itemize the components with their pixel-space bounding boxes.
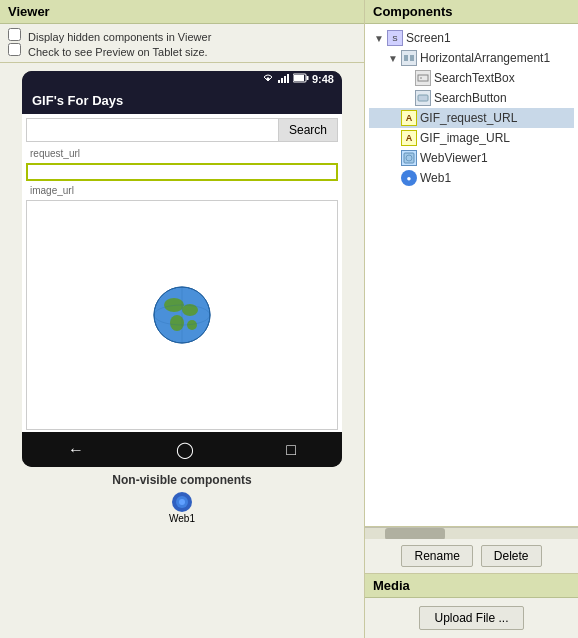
option2-text: Check to see Preview on Tablet size.	[28, 46, 208, 58]
globe-icon	[152, 285, 212, 345]
svg-point-11	[187, 320, 197, 330]
screen1-label: Screen1	[406, 31, 451, 45]
svg-rect-20	[418, 75, 428, 81]
gif-image-url-label: GIF_image_URL	[420, 131, 510, 145]
phone-nav-bar: ← ◯ □	[22, 432, 342, 467]
tree-gif-image-url[interactable]: A GIF_image_URL	[369, 128, 574, 148]
svg-rect-5	[306, 76, 308, 80]
option1-label[interactable]: Display hidden components in Viewer	[8, 28, 356, 43]
expand-ha[interactable]: ▼	[387, 52, 399, 64]
image-url-label: image_url	[26, 183, 338, 198]
phone-frame: 9:48 GIF's For Days Search request_url	[22, 71, 342, 467]
app-title: GIF's For Days	[32, 93, 123, 108]
svg-rect-3	[287, 74, 289, 83]
svg-rect-1	[281, 78, 283, 83]
svg-rect-19	[410, 55, 414, 61]
tree-gif-request-url[interactable]: A GIF_request_URL	[369, 108, 574, 128]
media-header: Media	[365, 574, 578, 598]
scrollbar-area[interactable]	[365, 527, 578, 539]
media-body: Upload File ...	[365, 598, 578, 638]
no-expand-stb	[401, 72, 413, 84]
web1-component[interactable]: Web1	[169, 491, 195, 524]
tree-horizontal-arrangement[interactable]: ▼ HorizontalArrangement1	[369, 48, 574, 68]
non-visible-components: Web1	[112, 491, 251, 524]
gif-request-url-field	[26, 163, 338, 181]
status-icons: 9:48	[261, 73, 334, 85]
delete-button[interactable]: Delete	[481, 545, 542, 567]
button-icon	[415, 90, 431, 106]
ha-label: HorizontalArrangement1	[420, 51, 550, 65]
web1-tree-label: Web1	[420, 171, 451, 185]
web1-label: Web1	[169, 513, 195, 524]
non-visible-section: Non-visible components Web1	[106, 467, 257, 530]
signal-icon	[278, 73, 290, 85]
no-expand-w1	[387, 172, 399, 184]
svg-rect-23	[404, 153, 414, 163]
media-title: Media	[373, 578, 410, 593]
tree-web1[interactable]: ● Web1	[369, 168, 574, 188]
time-display: 9:48	[312, 73, 334, 85]
request-url-label: request_url	[26, 146, 338, 161]
tree-webviewer1[interactable]: WebViewer1	[369, 148, 574, 168]
webviewer1-label: WebViewer1	[420, 151, 488, 165]
viewer-title: Viewer	[8, 4, 50, 19]
no-expand-giu	[387, 132, 399, 144]
back-button[interactable]: ←	[68, 441, 84, 459]
phone-status-bar: 9:48	[22, 71, 342, 87]
no-expand-gru	[387, 112, 399, 124]
tree-screen1[interactable]: ▼ S Screen1	[369, 28, 574, 48]
web1-icon	[171, 491, 193, 513]
viewer-header: Viewer	[0, 0, 364, 24]
tree-search-textbox[interactable]: SearchTextBox	[369, 68, 574, 88]
textbox-icon	[415, 70, 431, 86]
non-visible-title: Non-visible components	[112, 473, 251, 487]
search-row: Search	[26, 118, 338, 142]
option1-checkbox[interactable]	[8, 28, 21, 41]
gif-request-url-label: GIF_request_URL	[420, 111, 517, 125]
app-title-bar: GIF's For Days	[22, 87, 342, 114]
right-panel: Components ▼ S Screen1 ▼ HorizontalArran…	[365, 0, 578, 638]
svg-rect-6	[294, 75, 304, 81]
recent-button[interactable]: □	[286, 441, 296, 459]
wifi-icon	[261, 73, 275, 85]
components-header: Components	[365, 0, 578, 24]
search-textbox[interactable]	[27, 119, 278, 141]
viewer-options: Display hidden components in Viewer Chec…	[0, 24, 364, 63]
web-viewer	[26, 200, 338, 430]
svg-rect-2	[284, 76, 286, 83]
home-button[interactable]: ◯	[176, 440, 194, 459]
svg-point-17	[179, 499, 185, 505]
search-button-label: SearchButton	[434, 91, 507, 105]
svg-rect-18	[404, 55, 408, 61]
svg-rect-0	[278, 80, 280, 83]
components-title: Components	[373, 4, 452, 19]
no-expand-wv	[387, 152, 399, 164]
search-textbox-label: SearchTextBox	[434, 71, 515, 85]
left-panel: Viewer Display hidden components in View…	[0, 0, 365, 638]
web-icon: ●	[401, 170, 417, 186]
webview-icon	[401, 150, 417, 166]
phone-container: 9:48 GIF's For Days Search request_url	[0, 63, 364, 638]
option2-label[interactable]: Check to see Preview on Tablet size.	[8, 43, 356, 58]
app-body: Search request_url image_url	[22, 114, 342, 432]
option1-text: Display hidden components in Viewer	[28, 31, 211, 43]
label-icon-a2: A	[401, 130, 417, 146]
layout-icon	[401, 50, 417, 66]
rename-delete-bar: Rename Delete	[365, 539, 578, 574]
label-icon-a: A	[401, 110, 417, 126]
tree-search-button[interactable]: SearchButton	[369, 88, 574, 108]
component-tree: ▼ S Screen1 ▼ HorizontalArrangement1 Sea…	[365, 24, 578, 527]
battery-icon	[293, 73, 309, 85]
option2-checkbox[interactable]	[8, 43, 21, 56]
no-expand-sb	[401, 92, 413, 104]
expand-screen1[interactable]: ▼	[373, 32, 385, 44]
rename-button[interactable]: Rename	[401, 545, 472, 567]
svg-rect-22	[418, 95, 428, 101]
screen-icon: S	[387, 30, 403, 46]
search-button[interactable]: Search	[278, 119, 337, 141]
upload-file-button[interactable]: Upload File ...	[419, 606, 523, 630]
svg-point-9	[182, 304, 198, 316]
